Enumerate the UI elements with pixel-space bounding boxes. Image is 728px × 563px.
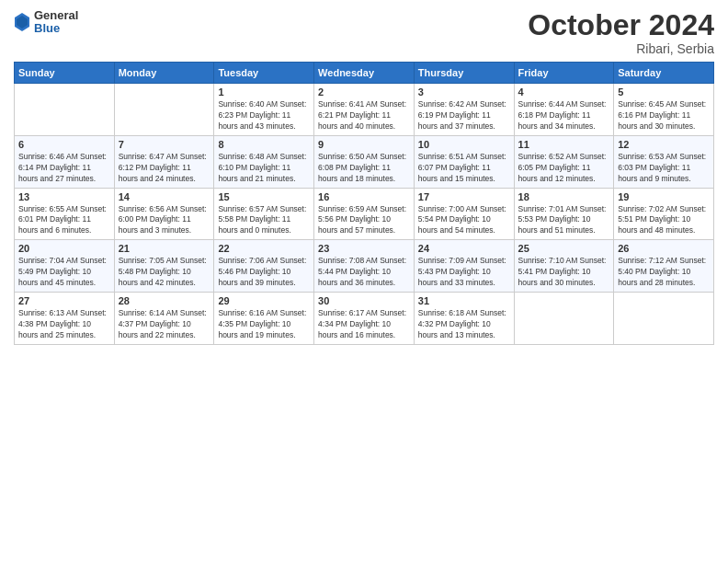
calendar-cell: 15Sunrise: 6:57 AM Sunset: 5:58 PM Dayli…	[214, 188, 314, 240]
calendar-cell	[114, 84, 214, 136]
col-friday: Friday	[514, 63, 614, 84]
day-number: 22	[218, 243, 310, 254]
day-info: Sunrise: 7:10 AM Sunset: 5:41 PM Dayligh…	[518, 256, 610, 289]
day-number: 18	[518, 191, 610, 202]
day-info: Sunrise: 7:02 AM Sunset: 5:51 PM Dayligh…	[618, 204, 710, 237]
calendar-cell: 7Sunrise: 6:47 AM Sunset: 6:12 PM Daylig…	[114, 135, 214, 188]
calendar-cell: 14Sunrise: 6:56 AM Sunset: 6:00 PM Dayli…	[114, 188, 214, 240]
day-info: Sunrise: 7:06 AM Sunset: 5:46 PM Dayligh…	[218, 256, 310, 289]
day-number: 15	[218, 191, 310, 202]
calendar-cell: 25Sunrise: 7:10 AM Sunset: 5:41 PM Dayli…	[514, 240, 614, 293]
calendar-cell: 26Sunrise: 7:12 AM Sunset: 5:40 PM Dayli…	[614, 240, 714, 293]
calendar-cell: 13Sunrise: 6:55 AM Sunset: 6:01 PM Dayli…	[15, 188, 115, 240]
day-number: 4	[518, 86, 610, 98]
day-number: 9	[318, 139, 410, 150]
day-number: 16	[318, 191, 410, 202]
day-info: Sunrise: 7:09 AM Sunset: 5:43 PM Dayligh…	[418, 256, 510, 289]
day-info: Sunrise: 6:13 AM Sunset: 4:38 PM Dayligh…	[18, 308, 110, 341]
calendar-cell: 24Sunrise: 7:09 AM Sunset: 5:43 PM Dayli…	[414, 240, 514, 293]
day-number: 20	[18, 243, 110, 254]
logo: General Blue	[14, 9, 78, 36]
day-number: 8	[218, 139, 310, 150]
calendar-cell	[15, 84, 115, 136]
calendar-cell: 11Sunrise: 6:52 AM Sunset: 6:05 PM Dayli…	[514, 135, 614, 188]
day-info: Sunrise: 6:59 AM Sunset: 5:56 PM Dayligh…	[318, 204, 410, 237]
day-number: 27	[18, 295, 110, 306]
day-info: Sunrise: 6:16 AM Sunset: 4:35 PM Dayligh…	[218, 308, 310, 341]
calendar-table: Sunday Monday Tuesday Wednesday Thursday…	[14, 62, 714, 344]
day-info: Sunrise: 7:00 AM Sunset: 5:54 PM Dayligh…	[418, 204, 510, 237]
calendar-cell: 6Sunrise: 6:46 AM Sunset: 6:14 PM Daylig…	[15, 135, 115, 188]
day-info: Sunrise: 6:44 AM Sunset: 6:18 PM Dayligh…	[518, 99, 610, 132]
day-number: 25	[518, 243, 610, 254]
day-number: 23	[318, 243, 410, 254]
day-info: Sunrise: 6:40 AM Sunset: 6:23 PM Dayligh…	[218, 99, 310, 132]
header: General Blue October 2024 Ribari, Serbia	[14, 9, 714, 56]
day-info: Sunrise: 6:41 AM Sunset: 6:21 PM Dayligh…	[318, 99, 410, 132]
calendar-cell: 4Sunrise: 6:44 AM Sunset: 6:18 PM Daylig…	[514, 84, 614, 136]
day-info: Sunrise: 6:53 AM Sunset: 6:03 PM Dayligh…	[618, 152, 710, 185]
day-info: Sunrise: 6:18 AM Sunset: 4:32 PM Dayligh…	[418, 308, 510, 341]
day-info: Sunrise: 6:46 AM Sunset: 6:14 PM Dayligh…	[18, 152, 110, 185]
calendar-cell: 31Sunrise: 6:18 AM Sunset: 4:32 PM Dayli…	[414, 292, 514, 344]
day-info: Sunrise: 7:08 AM Sunset: 5:44 PM Dayligh…	[318, 256, 410, 289]
page: General Blue October 2024 Ribari, Serbia…	[0, 0, 728, 563]
day-info: Sunrise: 6:48 AM Sunset: 6:10 PM Dayligh…	[218, 152, 310, 185]
day-number: 13	[18, 191, 110, 202]
day-number: 7	[119, 139, 210, 150]
calendar-cell: 5Sunrise: 6:45 AM Sunset: 6:16 PM Daylig…	[614, 84, 714, 136]
day-info: Sunrise: 6:51 AM Sunset: 6:07 PM Dayligh…	[418, 152, 510, 185]
calendar-header-row: Sunday Monday Tuesday Wednesday Thursday…	[15, 63, 714, 84]
col-tuesday: Tuesday	[214, 63, 314, 84]
day-info: Sunrise: 6:14 AM Sunset: 4:37 PM Dayligh…	[119, 308, 210, 341]
logo-text: General Blue	[34, 9, 78, 36]
day-info: Sunrise: 7:04 AM Sunset: 5:49 PM Dayligh…	[18, 256, 110, 289]
calendar-cell: 2Sunrise: 6:41 AM Sunset: 6:21 PM Daylig…	[314, 84, 415, 136]
day-number: 28	[119, 295, 210, 306]
calendar-cell: 19Sunrise: 7:02 AM Sunset: 5:51 PM Dayli…	[614, 188, 714, 240]
day-number: 6	[18, 139, 110, 150]
calendar-week-2: 13Sunrise: 6:55 AM Sunset: 6:01 PM Dayli…	[15, 188, 714, 240]
day-info: Sunrise: 6:55 AM Sunset: 6:01 PM Dayligh…	[18, 204, 110, 237]
day-number: 12	[618, 139, 710, 150]
day-number: 11	[518, 139, 610, 150]
day-info: Sunrise: 6:45 AM Sunset: 6:16 PM Dayligh…	[618, 99, 710, 132]
day-number: 29	[218, 295, 310, 306]
day-number: 30	[318, 295, 410, 306]
calendar-cell: 1Sunrise: 6:40 AM Sunset: 6:23 PM Daylig…	[214, 84, 314, 136]
col-thursday: Thursday	[414, 63, 514, 84]
calendar-cell: 23Sunrise: 7:08 AM Sunset: 5:44 PM Dayli…	[314, 240, 415, 293]
calendar-cell: 18Sunrise: 7:01 AM Sunset: 5:53 PM Dayli…	[514, 188, 614, 240]
day-number: 5	[618, 86, 710, 98]
logo-icon	[14, 12, 30, 32]
day-number: 26	[618, 243, 710, 254]
day-number: 3	[418, 86, 510, 98]
day-number: 2	[318, 86, 410, 98]
day-info: Sunrise: 6:42 AM Sunset: 6:19 PM Dayligh…	[418, 99, 510, 132]
day-number: 10	[418, 139, 510, 150]
day-number: 21	[119, 243, 210, 254]
day-number: 1	[218, 86, 310, 98]
day-number: 31	[418, 295, 510, 306]
day-number: 24	[418, 243, 510, 254]
day-info: Sunrise: 7:12 AM Sunset: 5:40 PM Dayligh…	[618, 256, 710, 289]
logo-general: General	[34, 9, 78, 22]
calendar-cell: 21Sunrise: 7:05 AM Sunset: 5:48 PM Dayli…	[114, 240, 214, 293]
day-number: 17	[418, 191, 510, 202]
calendar-cell: 16Sunrise: 6:59 AM Sunset: 5:56 PM Dayli…	[314, 188, 415, 240]
day-number: 14	[119, 191, 210, 202]
title-block: October 2024 Ribari, Serbia	[528, 9, 714, 56]
day-info: Sunrise: 7:01 AM Sunset: 5:53 PM Dayligh…	[518, 204, 610, 237]
day-info: Sunrise: 6:50 AM Sunset: 6:08 PM Dayligh…	[318, 152, 410, 185]
calendar-cell: 9Sunrise: 6:50 AM Sunset: 6:08 PM Daylig…	[314, 135, 415, 188]
day-info: Sunrise: 6:17 AM Sunset: 4:34 PM Dayligh…	[318, 308, 410, 341]
calendar-cell: 17Sunrise: 7:00 AM Sunset: 5:54 PM Dayli…	[414, 188, 514, 240]
day-number: 19	[618, 191, 710, 202]
day-info: Sunrise: 6:47 AM Sunset: 6:12 PM Dayligh…	[119, 152, 210, 185]
calendar-cell: 27Sunrise: 6:13 AM Sunset: 4:38 PM Dayli…	[15, 292, 115, 344]
calendar-cell: 29Sunrise: 6:16 AM Sunset: 4:35 PM Dayli…	[214, 292, 314, 344]
day-info: Sunrise: 6:52 AM Sunset: 6:05 PM Dayligh…	[518, 152, 610, 185]
logo-blue: Blue	[34, 22, 78, 35]
title-location: Ribari, Serbia	[528, 41, 714, 56]
calendar-cell: 8Sunrise: 6:48 AM Sunset: 6:10 PM Daylig…	[214, 135, 314, 188]
